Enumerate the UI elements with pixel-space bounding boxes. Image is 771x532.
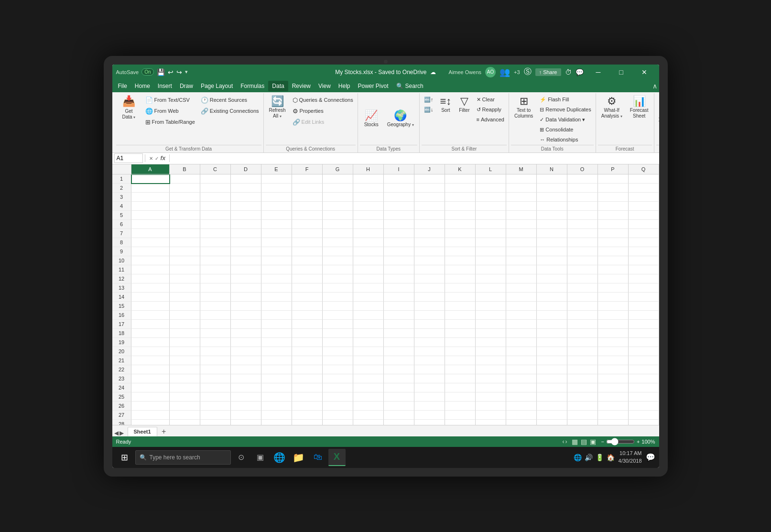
cell-N4[interactable]	[537, 202, 567, 211]
cell-B24[interactable]	[170, 383, 200, 392]
menu-review[interactable]: Review	[288, 81, 315, 91]
cell-L16[interactable]	[476, 311, 506, 320]
row-num-13[interactable]: 13	[112, 283, 131, 293]
cell-A21[interactable]	[131, 356, 170, 365]
cell-G19[interactable]	[323, 338, 353, 347]
cell-N7[interactable]	[537, 229, 567, 238]
cell-N3[interactable]	[537, 193, 567, 202]
cell-O25[interactable]	[567, 392, 598, 402]
cell-N19[interactable]	[537, 338, 567, 347]
cell-O4[interactable]	[567, 202, 598, 211]
cell-J13[interactable]	[414, 283, 445, 293]
cell-I21[interactable]	[384, 356, 414, 365]
cell-M13[interactable]	[506, 283, 537, 293]
cell-N13[interactable]	[537, 283, 567, 293]
cell-E6[interactable]	[261, 220, 292, 229]
cell-J9[interactable]	[414, 247, 445, 256]
row-num-28[interactable]: 28	[112, 420, 131, 425]
cell-C20[interactable]	[200, 347, 231, 356]
ungroup-btn[interactable]: ⊟ Ungroup ▾	[656, 105, 659, 114]
cell-E12[interactable]	[261, 274, 292, 283]
cell-A16[interactable]	[131, 311, 170, 320]
cell-P8[interactable]	[598, 238, 629, 247]
col-header-A[interactable]: A	[131, 164, 170, 174]
cell-F2[interactable]	[292, 184, 323, 193]
cell-N23[interactable]	[537, 374, 567, 383]
cell-A20[interactable]	[131, 347, 170, 356]
cell-M9[interactable]	[506, 247, 537, 256]
reapply-btn[interactable]: ↺ Reapply	[474, 105, 507, 114]
cell-B10[interactable]	[170, 256, 200, 265]
cell-P27[interactable]	[598, 411, 629, 420]
row-num-5[interactable]: 5	[112, 211, 131, 220]
row-num-3[interactable]: 3	[112, 193, 131, 202]
redo-icon[interactable]: ↪	[176, 68, 182, 76]
cell-D28[interactable]	[231, 420, 261, 425]
cell-K1[interactable]	[445, 174, 476, 184]
col-header-J[interactable]: J	[414, 164, 445, 174]
cell-K23[interactable]	[445, 374, 476, 383]
menu-powerpivot[interactable]: Power Pivot	[354, 81, 392, 91]
view-layout-btn[interactable]: ▤	[580, 438, 588, 445]
share-btn[interactable]: ↑ Share	[535, 68, 561, 76]
cell-J3[interactable]	[414, 193, 445, 202]
cell-I1[interactable]	[384, 174, 414, 184]
cell-M27[interactable]	[506, 411, 537, 420]
cell-J2[interactable]	[414, 184, 445, 193]
cell-H13[interactable]	[353, 283, 384, 293]
cell-I24[interactable]	[384, 383, 414, 392]
store-app[interactable]: 🛍	[309, 449, 326, 466]
cell-C28[interactable]	[200, 420, 231, 425]
cell-P15[interactable]	[598, 302, 629, 311]
cell-A11[interactable]	[131, 265, 170, 274]
cell-K19[interactable]	[445, 338, 476, 347]
cell-D12[interactable]	[231, 274, 261, 283]
cell-N26[interactable]	[537, 402, 567, 411]
minimize-btn[interactable]: ─	[587, 65, 609, 80]
quick-access-more[interactable]: ▾	[185, 69, 188, 75]
comments-icon[interactable]: 💬	[576, 68, 584, 76]
cell-I13[interactable]	[384, 283, 414, 293]
cell-Q24[interactable]	[629, 383, 659, 392]
row-num-20[interactable]: 20	[112, 347, 131, 356]
cell-B20[interactable]	[170, 347, 200, 356]
col-header-E[interactable]: E	[261, 164, 292, 174]
cell-B1[interactable]	[170, 174, 200, 184]
cell-M21[interactable]	[506, 356, 537, 365]
cell-D26[interactable]	[231, 402, 261, 411]
cell-D21[interactable]	[231, 356, 261, 365]
row-num-8[interactable]: 8	[112, 238, 131, 247]
cell-J23[interactable]	[414, 374, 445, 383]
cell-K22[interactable]	[445, 365, 476, 374]
sort-btn[interactable]: ≡↕ Sort	[436, 94, 455, 115]
cell-O24[interactable]	[567, 383, 598, 392]
cell-D11[interactable]	[231, 265, 261, 274]
cell-B14[interactable]	[170, 293, 200, 302]
cell-L6[interactable]	[476, 220, 506, 229]
menu-home[interactable]: Home	[131, 81, 154, 91]
cell-A28[interactable]	[131, 420, 170, 425]
cell-H26[interactable]	[353, 402, 384, 411]
recent-sources-btn[interactable]: 🕐 Recent Sources	[198, 95, 261, 105]
cell-L13[interactable]	[476, 283, 506, 293]
cell-A27[interactable]	[131, 411, 170, 420]
cell-O10[interactable]	[567, 256, 598, 265]
cell-G18[interactable]	[323, 329, 353, 338]
cell-D6[interactable]	[231, 220, 261, 229]
cell-I9[interactable]	[384, 247, 414, 256]
cell-G24[interactable]	[323, 383, 353, 392]
cell-C23[interactable]	[200, 374, 231, 383]
cell-Q20[interactable]	[629, 347, 659, 356]
cell-M18[interactable]	[506, 329, 537, 338]
cell-O8[interactable]	[567, 238, 598, 247]
cell-K4[interactable]	[445, 202, 476, 211]
cell-D25[interactable]	[231, 392, 261, 402]
cell-L8[interactable]	[476, 238, 506, 247]
cell-L22[interactable]	[476, 365, 506, 374]
cell-L4[interactable]	[476, 202, 506, 211]
cell-H15[interactable]	[353, 302, 384, 311]
menu-data[interactable]: Data	[268, 81, 288, 91]
cell-P22[interactable]	[598, 365, 629, 374]
cell-Q10[interactable]	[629, 256, 659, 265]
cell-A13[interactable]	[131, 283, 170, 293]
